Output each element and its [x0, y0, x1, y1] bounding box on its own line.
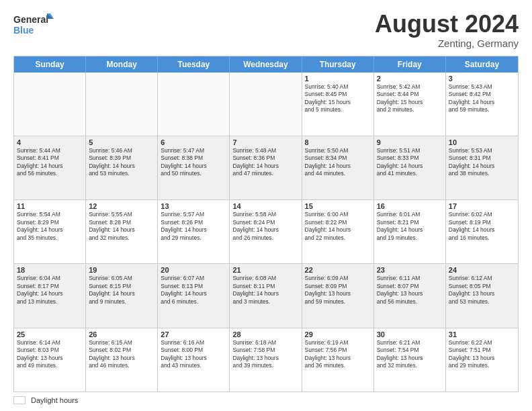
day-number: 22 — [305, 266, 371, 274]
calendar-header-cell: Saturday — [446, 56, 518, 73]
day-number: 16 — [377, 202, 443, 210]
calendar-day-cell: 15Sunrise: 6:00 AM Sunset: 8:22 PM Dayli… — [302, 200, 374, 263]
day-info: Sunrise: 5:47 AM Sunset: 8:38 PM Dayligh… — [161, 147, 226, 178]
day-number: 5 — [89, 138, 154, 146]
calendar-day-cell: 21Sunrise: 6:08 AM Sunset: 8:11 PM Dayli… — [230, 264, 302, 327]
day-info: Sunrise: 6:08 AM Sunset: 8:11 PM Dayligh… — [232, 275, 298, 306]
day-number: 4 — [17, 138, 83, 146]
day-number: 7 — [232, 138, 298, 146]
day-info: Sunrise: 5:43 AM Sunset: 8:42 PM Dayligh… — [449, 83, 515, 114]
day-number: 28 — [232, 330, 298, 338]
day-number: 14 — [232, 202, 298, 210]
logo: General Blue — [13, 11, 54, 38]
calendar-day-cell: 22Sunrise: 6:09 AM Sunset: 8:09 PM Dayli… — [302, 264, 374, 327]
footer-box — [13, 396, 26, 404]
subtitle: Zenting, Germany — [375, 38, 519, 49]
calendar-day-cell: 11Sunrise: 5:54 AM Sunset: 8:29 PM Dayli… — [14, 200, 86, 263]
day-info: Sunrise: 5:55 AM Sunset: 8:28 PM Dayligh… — [89, 211, 154, 242]
month-title: August 2024 — [375, 11, 519, 38]
calendar-header-cell: Tuesday — [158, 56, 230, 73]
calendar-day-cell — [14, 73, 86, 136]
day-info: Sunrise: 5:44 AM Sunset: 8:41 PM Dayligh… — [17, 147, 83, 178]
footer-label: Daylight hours — [31, 396, 78, 404]
day-number: 25 — [17, 330, 83, 338]
day-info: Sunrise: 5:54 AM Sunset: 8:29 PM Dayligh… — [17, 211, 83, 242]
calendar-week-row: 25Sunrise: 6:14 AM Sunset: 8:03 PM Dayli… — [14, 328, 518, 392]
calendar-day-cell: 31Sunrise: 6:22 AM Sunset: 7:51 PM Dayli… — [446, 328, 518, 392]
day-info: Sunrise: 6:11 AM Sunset: 8:07 PM Dayligh… — [377, 275, 443, 306]
day-number: 6 — [161, 138, 226, 146]
day-info: Sunrise: 6:04 AM Sunset: 8:17 PM Dayligh… — [17, 275, 83, 306]
calendar-day-cell: 1Sunrise: 5:40 AM Sunset: 8:45 PM Daylig… — [302, 73, 374, 136]
day-number: 17 — [449, 202, 515, 210]
day-info: Sunrise: 6:15 AM Sunset: 8:02 PM Dayligh… — [89, 339, 154, 370]
day-number: 19 — [89, 266, 154, 274]
calendar-day-cell: 7Sunrise: 5:48 AM Sunset: 8:36 PM Daylig… — [230, 136, 302, 199]
calendar-day-cell: 26Sunrise: 6:15 AM Sunset: 8:02 PM Dayli… — [86, 328, 158, 392]
calendar-header-cell: Sunday — [14, 56, 86, 73]
day-info: Sunrise: 6:01 AM Sunset: 8:21 PM Dayligh… — [377, 211, 443, 242]
page: General Blue August 2024 Zenting, German… — [0, 0, 532, 411]
day-info: Sunrise: 6:21 AM Sunset: 7:54 PM Dayligh… — [377, 339, 443, 370]
day-info: Sunrise: 5:42 AM Sunset: 8:44 PM Dayligh… — [377, 83, 443, 114]
calendar-day-cell: 4Sunrise: 5:44 AM Sunset: 8:41 PM Daylig… — [14, 136, 86, 199]
day-info: Sunrise: 5:53 AM Sunset: 8:31 PM Dayligh… — [449, 147, 515, 178]
header: General Blue August 2024 Zenting, German… — [13, 11, 519, 49]
calendar-day-cell: 24Sunrise: 6:12 AM Sunset: 8:05 PM Dayli… — [446, 264, 518, 327]
calendar-day-cell: 17Sunrise: 6:02 AM Sunset: 8:19 PM Dayli… — [446, 200, 518, 263]
calendar-week-row: 18Sunrise: 6:04 AM Sunset: 8:17 PM Dayli… — [14, 263, 518, 327]
calendar-day-cell: 29Sunrise: 6:19 AM Sunset: 7:56 PM Dayli… — [302, 328, 374, 392]
day-info: Sunrise: 6:19 AM Sunset: 7:56 PM Dayligh… — [305, 339, 371, 370]
day-info: Sunrise: 5:46 AM Sunset: 8:39 PM Dayligh… — [89, 147, 154, 178]
day-info: Sunrise: 6:12 AM Sunset: 8:05 PM Dayligh… — [449, 275, 515, 306]
day-number: 1 — [305, 75, 371, 83]
calendar-day-cell: 20Sunrise: 6:07 AM Sunset: 8:13 PM Dayli… — [158, 264, 230, 327]
day-number: 11 — [17, 202, 83, 210]
day-info: Sunrise: 5:51 AM Sunset: 8:33 PM Dayligh… — [377, 147, 443, 178]
calendar-week-row: 1Sunrise: 5:40 AM Sunset: 8:45 PM Daylig… — [14, 73, 518, 136]
day-number: 26 — [89, 330, 154, 338]
day-number: 23 — [377, 266, 443, 274]
calendar-header-cell: Monday — [86, 56, 158, 73]
day-number: 3 — [449, 75, 515, 83]
calendar-day-cell: 28Sunrise: 6:18 AM Sunset: 7:58 PM Dayli… — [230, 328, 302, 392]
footer: Daylight hours — [13, 396, 519, 404]
day-number: 2 — [377, 75, 443, 83]
svg-text:General: General — [13, 14, 48, 25]
day-info: Sunrise: 5:50 AM Sunset: 8:34 PM Dayligh… — [305, 147, 371, 178]
calendar-day-cell — [158, 73, 230, 136]
day-info: Sunrise: 6:09 AM Sunset: 8:09 PM Dayligh… — [305, 275, 371, 306]
day-number: 10 — [449, 138, 515, 146]
calendar-day-cell: 14Sunrise: 5:58 AM Sunset: 8:24 PM Dayli… — [230, 200, 302, 263]
calendar-header-row: SundayMondayTuesdayWednesdayThursdayFrid… — [14, 56, 518, 73]
svg-text:Blue: Blue — [13, 25, 34, 36]
calendar-day-cell: 18Sunrise: 6:04 AM Sunset: 8:17 PM Dayli… — [14, 264, 86, 327]
day-number: 30 — [377, 330, 443, 338]
calendar-header-cell: Wednesday — [230, 56, 302, 73]
day-info: Sunrise: 6:14 AM Sunset: 8:03 PM Dayligh… — [17, 339, 83, 370]
day-info: Sunrise: 5:57 AM Sunset: 8:26 PM Dayligh… — [161, 211, 226, 242]
day-number: 21 — [232, 266, 298, 274]
day-info: Sunrise: 6:07 AM Sunset: 8:13 PM Dayligh… — [161, 275, 226, 306]
day-number: 8 — [305, 138, 371, 146]
calendar-day-cell — [230, 73, 302, 136]
calendar-day-cell: 6Sunrise: 5:47 AM Sunset: 8:38 PM Daylig… — [158, 136, 230, 199]
day-info: Sunrise: 5:40 AM Sunset: 8:45 PM Dayligh… — [305, 83, 371, 114]
calendar-day-cell: 12Sunrise: 5:55 AM Sunset: 8:28 PM Dayli… — [86, 200, 158, 263]
logo-svg: General Blue — [13, 11, 54, 38]
day-number: 18 — [17, 266, 83, 274]
calendar-day-cell: 25Sunrise: 6:14 AM Sunset: 8:03 PM Dayli… — [14, 328, 86, 392]
calendar-day-cell: 9Sunrise: 5:51 AM Sunset: 8:33 PM Daylig… — [374, 136, 446, 199]
day-number: 27 — [161, 330, 226, 338]
calendar-day-cell: 2Sunrise: 5:42 AM Sunset: 8:44 PM Daylig… — [374, 73, 446, 136]
calendar-day-cell: 16Sunrise: 6:01 AM Sunset: 8:21 PM Dayli… — [374, 200, 446, 263]
title-block: August 2024 Zenting, Germany — [375, 11, 519, 49]
calendar-body: 1Sunrise: 5:40 AM Sunset: 8:45 PM Daylig… — [14, 73, 518, 392]
day-info: Sunrise: 6:18 AM Sunset: 7:58 PM Dayligh… — [232, 339, 298, 370]
calendar-header-cell: Friday — [374, 56, 446, 73]
calendar-day-cell: 13Sunrise: 5:57 AM Sunset: 8:26 PM Dayli… — [158, 200, 230, 263]
calendar-day-cell: 19Sunrise: 6:05 AM Sunset: 8:15 PM Dayli… — [86, 264, 158, 327]
calendar-week-row: 11Sunrise: 5:54 AM Sunset: 8:29 PM Dayli… — [14, 199, 518, 263]
calendar-day-cell: 30Sunrise: 6:21 AM Sunset: 7:54 PM Dayli… — [374, 328, 446, 392]
calendar-day-cell: 3Sunrise: 5:43 AM Sunset: 8:42 PM Daylig… — [446, 73, 518, 136]
